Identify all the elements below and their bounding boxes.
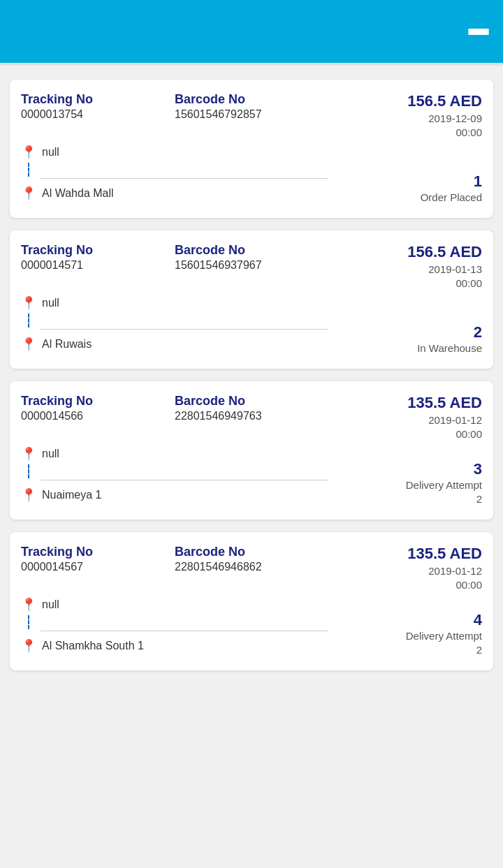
tracking-section: Tracking No 0000014571: [21, 243, 175, 290]
barcode-section: Barcode No 15601546792857: [175, 92, 328, 139]
tracking-label: Tracking No: [21, 243, 175, 258]
barcode-value: 15601546937967: [175, 259, 328, 272]
barcode-section: Barcode No 15601546937967: [175, 243, 328, 290]
shipments-list: Tracking No 0000013754 Barcode No 156015…: [0, 66, 503, 684]
shipment-card[interactable]: Tracking No 0000013754 Barcode No 156015…: [10, 80, 493, 218]
header: [0, 0, 503, 63]
status-number: 4: [474, 611, 482, 629]
price-date-section: 156.5 AED 2019-01-1300:00: [328, 243, 482, 290]
route-divider: [41, 178, 328, 179]
origin-pin-icon: 📍: [21, 597, 36, 612]
date: 2019-01-1200:00: [328, 413, 482, 441]
route-dotted-line: [28, 464, 328, 478]
shipment-card[interactable]: Tracking No 0000014571 Barcode No 156015…: [10, 230, 493, 369]
origin-row: 📍 null: [21, 443, 328, 464]
date: 2019-12-0900:00: [328, 112, 482, 139]
destination-row: 📍 Al Wahda Mall: [21, 183, 328, 204]
status-number: 1: [474, 172, 482, 191]
destination-row: 📍 Nuaimeya 1: [21, 485, 328, 506]
origin-row: 📍 null: [21, 594, 328, 615]
tracking-value: 0000014571: [21, 259, 175, 272]
destination-pin-icon: 📍: [21, 337, 36, 352]
shipment-card[interactable]: Tracking No 0000014566 Barcode No 228015…: [10, 381, 493, 520]
destination-row: 📍 Al Ruwais: [21, 334, 328, 355]
tracking-value: 0000014567: [21, 561, 175, 573]
tracking-label: Tracking No: [21, 92, 175, 107]
barcode-value: 22801546949763: [175, 410, 328, 422]
origin-pin-icon: 📍: [21, 446, 36, 462]
route-section: 📍 null 📍 Nuaimeya 1: [21, 443, 328, 506]
status-text: In Warehouse: [417, 341, 482, 355]
route-section: 📍 null 📍 Al Shamkha South 1: [21, 594, 328, 656]
menu-button[interactable]: [468, 29, 489, 35]
date: 2019-01-1300:00: [328, 263, 482, 290]
route-dotted-line: [28, 163, 328, 177]
shipment-card[interactable]: Tracking No 0000014567 Barcode No 228015…: [10, 532, 493, 670]
origin-row: 📍 null: [21, 142, 328, 163]
status-section: 1 Order Placed: [328, 139, 482, 204]
barcode-section: Barcode No 22801546946862: [175, 545, 328, 591]
tracking-section: Tracking No 0000013754: [21, 92, 175, 139]
origin-text: null: [42, 146, 59, 159]
destination-text: Al Shamkha South 1: [42, 640, 144, 652]
date: 2019-01-1200:00: [328, 564, 482, 591]
origin-text: null: [42, 297, 59, 309]
destination-pin-icon: 📍: [21, 186, 36, 201]
origin-text: null: [42, 598, 59, 611]
destination-row: 📍 Al Shamkha South 1: [21, 635, 328, 656]
status-section: 2 In Warehouse: [328, 290, 482, 355]
route-divider: [41, 631, 328, 631]
origin-text: null: [42, 448, 59, 460]
destination-text: Nuaimeya 1: [42, 489, 101, 501]
status-number: 2: [474, 323, 482, 341]
destination-pin-icon: 📍: [21, 638, 36, 654]
tracking-section: Tracking No 0000014566: [21, 394, 175, 441]
price: 135.5 AED: [328, 394, 482, 412]
status-text: Order Placed: [421, 191, 482, 205]
tracking-label: Tracking No: [21, 545, 175, 559]
tracking-section: Tracking No 0000014567: [21, 545, 175, 591]
barcode-label: Barcode No: [175, 243, 328, 258]
status-text: Delivery Attempt2: [406, 478, 482, 506]
barcode-label: Barcode No: [175, 394, 328, 409]
route-dotted-line: [28, 615, 328, 629]
price-date-section: 135.5 AED 2019-01-1200:00: [328, 545, 482, 591]
barcode-value: 22801546946862: [175, 561, 328, 573]
price-date-section: 135.5 AED 2019-01-1200:00: [328, 394, 482, 441]
route-dotted-line: [28, 314, 328, 328]
route-section: 📍 null 📍 Al Wahda Mall: [21, 142, 328, 204]
barcode-section: Barcode No 22801546949763: [175, 394, 328, 441]
destination-text: Al Ruwais: [42, 338, 92, 351]
barcode-label: Barcode No: [175, 545, 328, 559]
price: 156.5 AED: [328, 92, 482, 110]
route-divider: [41, 480, 328, 480]
route-section: 📍 null 📍 Al Ruwais: [21, 293, 328, 355]
tracking-value: 0000013754: [21, 108, 175, 121]
origin-pin-icon: 📍: [21, 145, 36, 160]
origin-row: 📍 null: [21, 293, 328, 314]
destination-pin-icon: 📍: [21, 487, 36, 503]
tracking-label: Tracking No: [21, 394, 175, 409]
status-text: Delivery Attempt2: [406, 629, 482, 656]
status-section: 3 Delivery Attempt2: [328, 441, 482, 506]
destination-text: Al Wahda Mall: [42, 187, 114, 200]
price: 156.5 AED: [328, 243, 482, 261]
barcode-label: Barcode No: [175, 92, 328, 107]
price-date-section: 156.5 AED 2019-12-0900:00: [328, 92, 482, 139]
tracking-value: 0000014566: [21, 410, 175, 422]
status-section: 4 Delivery Attempt2: [328, 591, 482, 656]
price: 135.5 AED: [328, 545, 482, 563]
route-divider: [41, 329, 328, 330]
status-number: 3: [474, 460, 482, 478]
origin-pin-icon: 📍: [21, 295, 36, 311]
barcode-value: 15601546792857: [175, 108, 328, 121]
